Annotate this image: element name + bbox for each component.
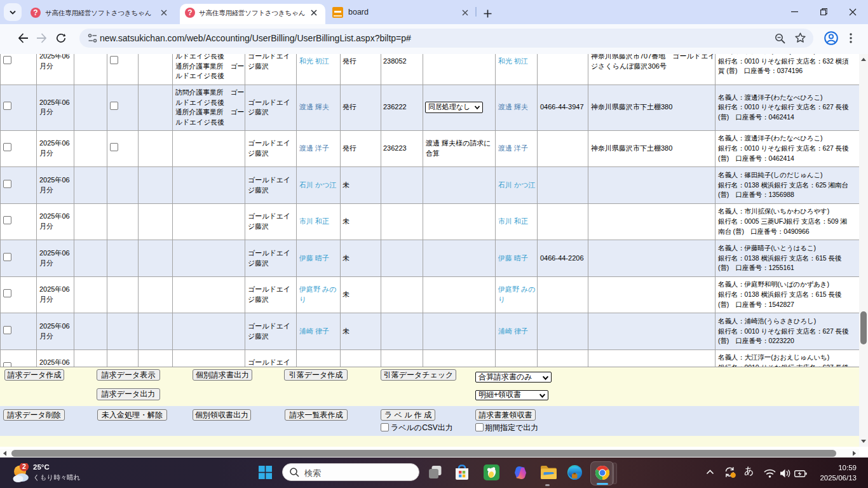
- svg-text:2: 2: [22, 463, 26, 470]
